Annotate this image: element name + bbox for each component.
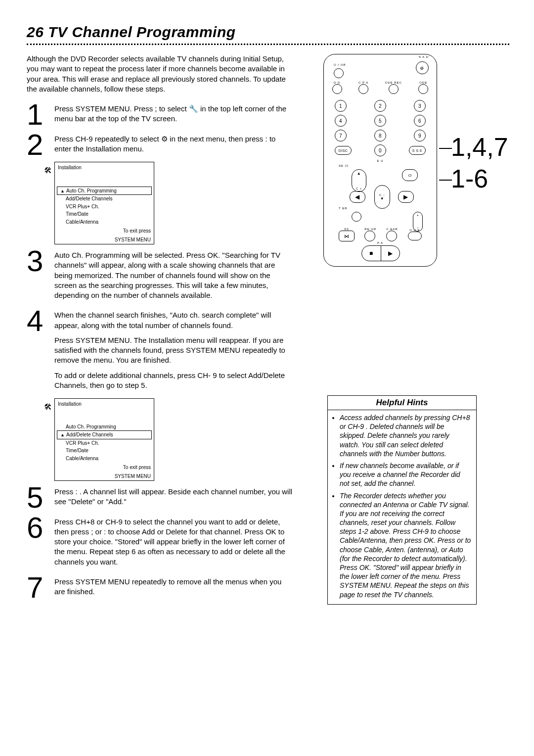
- step-number: 6: [27, 515, 54, 540]
- step-5: 5 Press : . A channel list will appear. …: [27, 485, 294, 512]
- label: C EAR: [386, 228, 398, 231]
- wrench-icon: 🛠: [44, 165, 52, 176]
- label: O U E: [408, 229, 422, 232]
- step-text: To add or delete additional channels, pr…: [54, 371, 294, 391]
- ch-up-down-button: C − ▼: [374, 185, 390, 209]
- menu-item: Add/Delete Channels: [55, 195, 154, 203]
- label: E U: [324, 159, 437, 162]
- step-text: When the channel search finishes, "Auto …: [54, 310, 294, 331]
- system-menu-button: S S E: [409, 146, 426, 155]
- label: RE UR: [364, 228, 376, 231]
- helpful-hints-box: Helpful Hints Access added channels by p…: [327, 395, 477, 605]
- step-4: 4 When the channel search finishes, "Aut…: [27, 308, 294, 395]
- stop-icon: ■: [362, 246, 381, 261]
- num-1-button: 1: [335, 100, 347, 112]
- return-button: [364, 231, 375, 241]
- dvd-button: [332, 84, 342, 94]
- step-number: 4: [27, 308, 54, 333]
- step-number: 2: [27, 132, 54, 157]
- step-number: 1: [27, 102, 54, 127]
- remote-illustration: O I OR S A D ⏻ D D C P A: [309, 54, 496, 272]
- menu-item: ▲Add/Delete Channels: [57, 430, 152, 439]
- menu-item: Time/Date: [55, 447, 154, 455]
- installation-menu-diagram-1: 🛠 Installation ▲Auto Ch. Programming Add…: [54, 162, 294, 244]
- menu-footer: To exit press: [55, 463, 154, 472]
- up-triangle-icon: ▲: [357, 171, 361, 176]
- intro-paragraph: Although the DVD Recorder selects availa…: [27, 54, 294, 94]
- wrench-icon: 🛠: [44, 402, 52, 413]
- vcrplus-button: [358, 84, 368, 94]
- step-text: Press SYSTEM MENU repeatedly to remove a…: [54, 577, 294, 597]
- num-8-button: 8: [374, 130, 386, 142]
- rewind-button: ⋈: [339, 231, 355, 241]
- menu-item: Cable/Antenna: [55, 218, 154, 226]
- mode-rec-button: [389, 84, 399, 94]
- step-text: Press CH+8 or CH-9 to select the channel…: [54, 517, 294, 567]
- ok-button: O: [402, 169, 418, 181]
- triangle-icon: ▲: [60, 188, 65, 194]
- label: O I OR: [334, 63, 346, 66]
- step-text: Auto Ch. Programming will be selected. P…: [54, 250, 294, 300]
- label: S A D: [419, 55, 429, 58]
- tv-onoff-button: [334, 68, 344, 78]
- num-5-button: 5: [374, 115, 386, 127]
- timer-button: [352, 212, 361, 222]
- hint-item: If new channels become available, or if …: [340, 461, 471, 488]
- step-6: 6 Press CH+8 or CH-9 to select the chann…: [27, 515, 294, 572]
- step-number: 5: [27, 485, 54, 510]
- left-button: ◀: [350, 191, 365, 203]
- callout-1-6: 1-6: [451, 166, 488, 191]
- step-7: 7 Press SYSTEM MENU repeatedly to remove…: [27, 575, 294, 602]
- page-title: 26 TV Channel Programming: [27, 24, 509, 41]
- triangle-icon: ▲: [60, 432, 65, 438]
- step-3: 3 Auto Ch. Programming will be selected.…: [27, 248, 294, 305]
- title-divider: [27, 44, 509, 45]
- helpful-hints-title: Helpful Hints: [328, 396, 476, 410]
- label: SE IC: [339, 164, 349, 167]
- num-4-button: 4: [335, 115, 347, 127]
- disc-button: DISC: [335, 146, 352, 155]
- step-text: Press : . A channel list will appear. Be…: [54, 487, 294, 507]
- num-6-button: 6: [414, 115, 426, 127]
- num-9-button: 9: [414, 130, 426, 142]
- menu-item: Auto Ch. Programming: [55, 423, 154, 431]
- main-content: Although the DVD Recorder selects availa…: [27, 54, 294, 605]
- menu-item: VCR Plus+ Ch.: [55, 439, 154, 447]
- step-text: Press SYSTEM MENU. The Installation menu…: [54, 335, 294, 366]
- standby-button: ⏻: [416, 61, 429, 74]
- step-number: 3: [27, 248, 54, 274]
- num-7-button: 7: [335, 130, 347, 142]
- step-text: Press SYSTEM MENU. Press ; to select 🔧 i…: [54, 104, 294, 124]
- menu-title: Installation: [55, 162, 154, 172]
- menu-item: Time/Date: [55, 210, 154, 218]
- num-3-button: 3: [414, 100, 426, 112]
- step-1: 1 Press SYSTEM MENU. Press ; to select 🔧…: [27, 102, 294, 129]
- callout-147: 1,4,7: [451, 134, 508, 160]
- label: P A: [324, 241, 437, 244]
- menu-footer: SYSTEM MENU: [55, 472, 154, 481]
- menu-item: ▲Auto Ch. Programming: [57, 187, 152, 195]
- num-2-button: 2: [374, 100, 386, 112]
- menu-title: Installation: [55, 399, 154, 409]
- menu-footer: To exit press: [55, 227, 154, 236]
- menu-item: Cable/Antenna: [55, 455, 154, 463]
- play-stop-button: ■ ▶: [361, 245, 400, 261]
- installation-menu-diagram-2: 🛠 Installation Auto Ch. Programming ▲Add…: [54, 398, 294, 481]
- step-text: Press CH-9 repeatedly to select ⚙ in the…: [54, 134, 294, 154]
- mode-button: [418, 84, 428, 94]
- label: T ER: [339, 207, 348, 210]
- right-button: ▶: [398, 191, 414, 203]
- clear-button: [386, 231, 397, 241]
- menu-footer: SYSTEM MENU: [55, 236, 154, 244]
- step-2: 2 Press CH-9 repeatedly to select ⚙ in t…: [27, 132, 294, 159]
- step-number: 7: [27, 575, 54, 600]
- play-icon: ▶: [381, 246, 400, 261]
- num-0-button: 0: [374, 144, 386, 156]
- hint-item: The Recorder detects whether you connect…: [340, 491, 471, 599]
- menu-item: VCR Plus+ Ch.: [55, 203, 154, 211]
- pause-button: [408, 232, 422, 240]
- hint-item: Access added channels by pressing CH+8 o…: [340, 413, 471, 458]
